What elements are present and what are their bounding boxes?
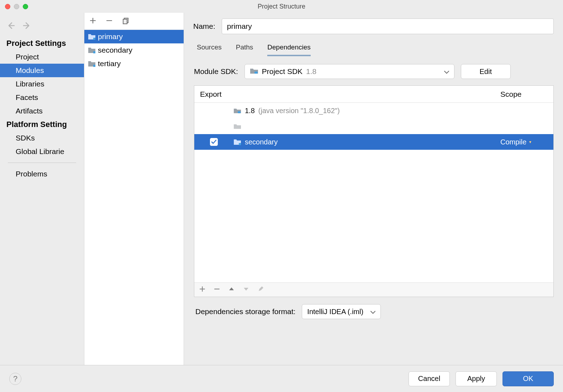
module-list: primarysecondarytertiary bbox=[84, 13, 184, 365]
module-item-primary[interactable]: primary bbox=[84, 30, 184, 43]
sidebar-header-platform-settings: Platform Setting bbox=[0, 118, 84, 131]
dependency-kind-icon bbox=[233, 123, 241, 129]
workarea: Project Settings ProjectModulesLibraries… bbox=[0, 13, 563, 365]
detail-pane: Name: SourcesPathsDependencies Module SD… bbox=[184, 13, 563, 365]
dependency-detail: (java version "1.8.0_162") bbox=[258, 107, 340, 115]
divider bbox=[8, 163, 76, 163]
dependency-row[interactable]: 1.8 (java version "1.8.0_162") bbox=[194, 103, 553, 118]
dependency-toolbar bbox=[194, 282, 553, 297]
zoom-window-button[interactable] bbox=[23, 4, 28, 9]
sdk-folder-icon bbox=[250, 67, 258, 76]
dependency-kind-icon bbox=[233, 107, 241, 114]
module-item-tertiary[interactable]: tertiary bbox=[84, 57, 184, 70]
sidebar-item-global-librarie[interactable]: Global Librarie bbox=[0, 145, 84, 158]
sidebar-item-problems[interactable]: Problems bbox=[0, 167, 84, 181]
window-title: Project Structure bbox=[0, 3, 563, 10]
back-icon[interactable] bbox=[6, 21, 15, 32]
svg-rect-7 bbox=[254, 71, 258, 74]
sidebar-item-artifacts[interactable]: Artifacts bbox=[0, 104, 84, 118]
module-folder-icon bbox=[88, 47, 96, 53]
sidebar-item-sdks[interactable]: SDKs bbox=[0, 131, 84, 145]
footer: ? Cancel Apply OK bbox=[0, 365, 563, 392]
dependency-scope[interactable]: Compile bbox=[500, 138, 526, 146]
chevron-down-icon: ▾ bbox=[529, 139, 531, 144]
module-toolbar bbox=[84, 13, 184, 30]
add-dependency-icon[interactable] bbox=[199, 286, 205, 293]
nav-history bbox=[0, 13, 84, 37]
table-header: Export Scope bbox=[194, 86, 553, 103]
chevron-down-icon bbox=[444, 67, 449, 76]
detail-tabs: SourcesPathsDependencies bbox=[184, 34, 563, 56]
dependency-row[interactable]: secondaryCompile ▾ bbox=[194, 134, 553, 150]
chevron-down-icon bbox=[370, 308, 375, 316]
dependency-name: 1.8 bbox=[245, 107, 255, 115]
storage-format-value: IntelliJ IDEA (.iml) bbox=[307, 308, 363, 316]
close-window-button[interactable] bbox=[5, 4, 10, 9]
svg-rect-6 bbox=[93, 65, 95, 67]
svg-rect-9 bbox=[239, 143, 241, 145]
svg-rect-5 bbox=[93, 51, 95, 53]
window-controls bbox=[0, 4, 28, 9]
module-item-label: primary bbox=[98, 32, 123, 41]
remove-dependency-icon[interactable] bbox=[214, 286, 220, 293]
apply-button[interactable]: Apply bbox=[456, 371, 497, 386]
copy-module-icon[interactable] bbox=[122, 17, 129, 26]
name-label: Name: bbox=[193, 22, 215, 31]
add-module-icon[interactable] bbox=[89, 17, 96, 26]
sidebar-header-project-settings: Project Settings bbox=[0, 37, 84, 50]
edit-dependency-icon[interactable] bbox=[258, 286, 264, 293]
module-folder-icon bbox=[88, 33, 96, 40]
sidebar-item-modules[interactable]: Modules bbox=[0, 64, 84, 77]
module-item-label: secondary bbox=[98, 46, 132, 54]
module-item-secondary[interactable]: secondary bbox=[84, 43, 184, 57]
move-down-icon[interactable] bbox=[243, 286, 249, 293]
sdk-version: 1.8 bbox=[306, 67, 316, 76]
column-scope[interactable]: Scope bbox=[498, 90, 553, 99]
svg-rect-3 bbox=[123, 19, 127, 24]
module-item-label: tertiary bbox=[98, 59, 121, 68]
sidebar-item-facets[interactable]: Facets bbox=[0, 91, 84, 104]
edit-sdk-button[interactable]: Edit bbox=[461, 64, 511, 79]
tab-dependencies[interactable]: Dependencies bbox=[267, 43, 310, 56]
svg-rect-4 bbox=[93, 38, 95, 40]
dependency-kind-icon bbox=[233, 139, 241, 145]
forward-icon[interactable] bbox=[23, 21, 31, 32]
help-button[interactable]: ? bbox=[9, 373, 21, 385]
sdk-name: Project SDK bbox=[262, 67, 302, 76]
storage-format-select[interactable]: IntelliJ IDEA (.iml) bbox=[302, 304, 381, 319]
storage-format-label: Dependencies storage format: bbox=[195, 307, 295, 316]
cancel-button[interactable]: Cancel bbox=[409, 371, 450, 386]
dependencies-table: Export Scope 1.8 (java version "1.8.0_16… bbox=[194, 85, 554, 297]
dependency-name: secondary bbox=[245, 138, 278, 146]
dependency-row[interactable] bbox=[194, 118, 553, 134]
minimize-window-button[interactable] bbox=[14, 4, 19, 9]
titlebar: Project Structure bbox=[0, 0, 563, 13]
tab-sources[interactable]: Sources bbox=[197, 43, 222, 56]
column-export[interactable]: Export bbox=[194, 90, 233, 99]
move-up-icon[interactable] bbox=[228, 286, 235, 293]
sidebar-item-project[interactable]: Project bbox=[0, 50, 84, 64]
module-sdk-label: Module SDK: bbox=[194, 67, 238, 76]
module-name-input[interactable] bbox=[222, 18, 554, 34]
module-folder-icon bbox=[88, 60, 96, 67]
module-sdk-select[interactable]: Project SDK 1.8 bbox=[244, 64, 454, 79]
sidebar-item-libraries[interactable]: Libraries bbox=[0, 77, 84, 91]
export-checkbox[interactable] bbox=[210, 138, 218, 146]
tab-paths[interactable]: Paths bbox=[236, 43, 253, 56]
ok-button[interactable]: OK bbox=[503, 371, 554, 386]
sidebar: Project Settings ProjectModulesLibraries… bbox=[0, 13, 84, 365]
svg-rect-8 bbox=[238, 111, 241, 113]
remove-module-icon[interactable] bbox=[106, 17, 113, 26]
